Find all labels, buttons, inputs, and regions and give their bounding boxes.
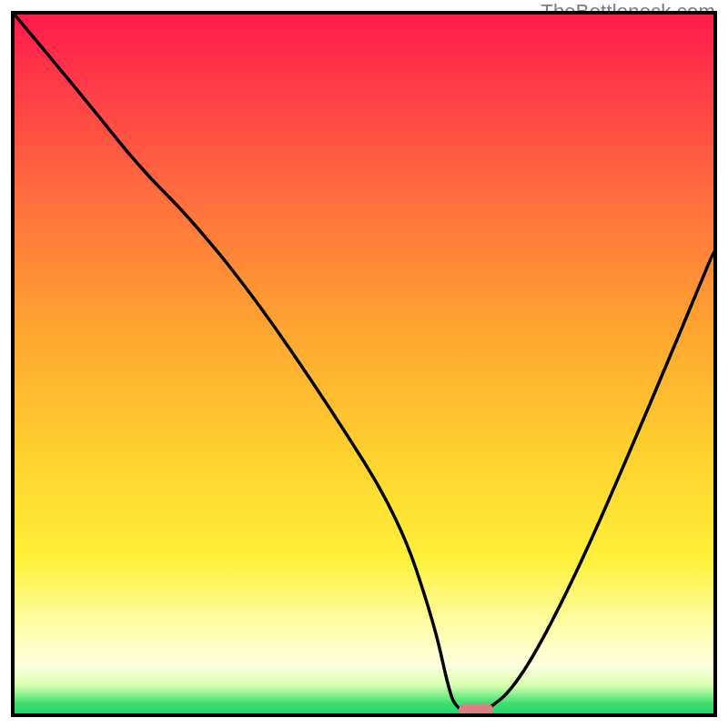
bottleneck-chart: TheBottleneck.com bbox=[0, 0, 728, 728]
bottleneck-curve-path bbox=[15, 15, 713, 713]
curve-layer bbox=[15, 15, 713, 713]
optimal-marker bbox=[459, 703, 493, 716]
plot-area bbox=[11, 11, 717, 717]
